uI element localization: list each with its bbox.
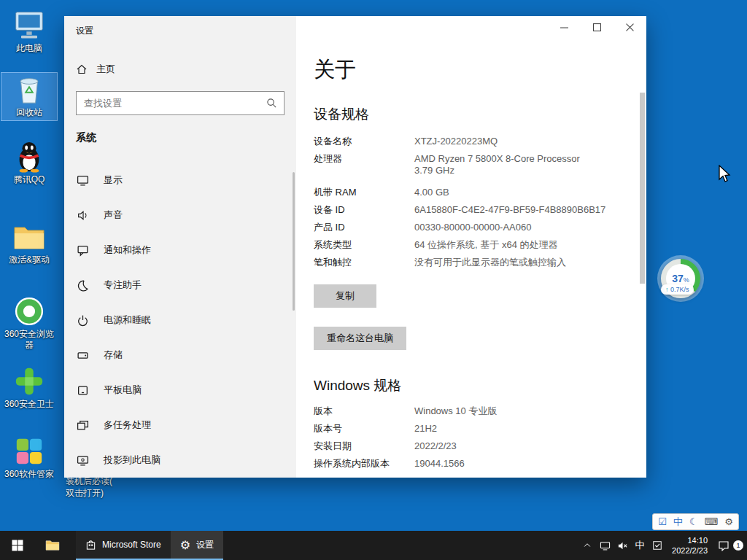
window-controls <box>548 16 646 38</box>
microsoft-store-icon <box>85 540 96 551</box>
display-icon <box>77 174 89 187</box>
minimize-button[interactable] <box>548 16 581 38</box>
desktop-icon-360-browser[interactable]: 360安全浏览器 <box>1 295 57 353</box>
minimize-icon <box>560 23 568 31</box>
tray-ime-indicator[interactable]: 中 <box>631 531 649 560</box>
taskbar-app-settings[interactable]: ⚙ 设置 <box>171 531 223 560</box>
windows-specs-table: 版本Windows 10 专业版 版本号21H2 安装日期2022/2/23 操… <box>314 405 617 470</box>
content-scrollbar[interactable] <box>640 93 645 284</box>
taskbar-app-microsoft-store[interactable]: Microsoft Store <box>76 531 171 560</box>
check-box-icon <box>652 540 662 551</box>
file-explorer-button[interactable] <box>35 531 70 560</box>
close-button[interactable] <box>614 16 646 38</box>
desktop-icon-readme-label[interactable]: 装机后必读( 双击打开) <box>66 475 124 499</box>
notifications-icon <box>77 244 89 257</box>
settings-search-input[interactable] <box>77 98 266 109</box>
spec-row: 产品 ID00330-80000-00000-AA060 <box>314 222 617 233</box>
desktop-icon-label: 回收站 <box>16 107 42 118</box>
360-speed-ball[interactable]: 37% ↑ 0.7K/s <box>657 255 704 302</box>
tray-show-hidden-icons-button[interactable] <box>578 531 596 560</box>
memory-percent: 37 <box>672 273 684 284</box>
sidebar-nav: 显示 声音 通知和操作 专注助手 电源和睡眠 存储 <box>64 163 296 478</box>
tray-security-button[interactable] <box>649 531 666 560</box>
desktop-icon-label: 腾讯QQ <box>14 174 45 185</box>
device-specs-heading: 设备规格 <box>314 105 617 124</box>
focus-assist-icon <box>77 279 89 292</box>
storage-icon <box>77 349 89 362</box>
desktop-icon-this-pc[interactable]: 此电脑 <box>1 9 57 56</box>
desktop-icon-label: 此电脑 <box>16 43 42 54</box>
spec-row: 版本号21H2 <box>314 423 617 435</box>
mouse-cursor <box>718 165 731 184</box>
settings-search-box[interactable] <box>76 91 285 115</box>
taskbar: Microsoft Store ⚙ 设置 中 14:10 2022/2/23 1 <box>0 531 747 560</box>
ime-chinese-mode-icon[interactable]: 中 <box>673 517 683 526</box>
windows-logo-icon <box>12 540 23 551</box>
maximize-icon <box>593 23 601 31</box>
sidebar-item-tablet[interactable]: 平板电脑 <box>64 373 296 408</box>
spec-row: 安装日期2022/2/23 <box>314 440 617 452</box>
fullwidth-moon-icon[interactable]: ☾ <box>689 517 698 526</box>
desktop-icon-360-guard[interactable]: 360安全卫士 <box>1 365 57 412</box>
check-square-icon[interactable]: ☑ <box>658 517 667 526</box>
folder-icon <box>13 222 45 252</box>
action-center-icon <box>718 540 729 551</box>
spec-row: 设备名称XTZJ-20220223MQ <box>314 136 617 147</box>
device-specs-table: 设备名称XTZJ-20220223MQ 处理器AMD Ryzen 7 5800X… <box>314 136 617 268</box>
sidebar-item-multitasking[interactable]: 多任务处理 <box>64 408 296 443</box>
tray-volume-button[interactable] <box>614 531 631 560</box>
desktop-icon-label: 激活&驱动 <box>9 254 50 265</box>
windows-specs-heading: Windows 规格 <box>314 376 617 395</box>
desktop-icon-drivers-folder[interactable]: 激活&驱动 <box>1 220 57 268</box>
power-icon <box>77 314 89 327</box>
tray-network-button[interactable] <box>596 531 614 560</box>
sidebar-item-home[interactable]: 主页 <box>76 63 115 76</box>
sidebar-scrollbar[interactable] <box>293 172 295 311</box>
sidebar-item-power-sleep[interactable]: 电源和睡眠 <box>64 303 296 338</box>
360-browser-icon <box>13 296 45 327</box>
tablet-icon <box>77 384 89 397</box>
home-label: 主页 <box>96 63 115 76</box>
maximize-button[interactable] <box>581 16 614 38</box>
spec-row: 笔和触控没有可用于此显示器的笔或触控输入 <box>314 257 617 268</box>
spec-row: 处理器AMD Ryzen 7 5800X 8-Core Processor3.7… <box>314 153 617 176</box>
sidebar-item-projecting[interactable]: 投影到此电脑 <box>64 443 296 478</box>
sidebar-item-notifications[interactable]: 通知和操作 <box>64 233 296 268</box>
settings-sidebar: 设置 主页 系统 显示 声音 通知和操作 <box>64 16 296 478</box>
taskbar-app-label: Microsoft Store <box>102 540 161 550</box>
network-speed-label: ↑ 0.7K/s <box>661 284 694 295</box>
settings-gear-icon: ⚙ <box>180 538 190 552</box>
desktop-icon-recycle-bin[interactable]: 回收站 <box>1 73 57 120</box>
clock-date: 2022/2/23 <box>672 545 708 556</box>
desktop-icon-360-manager[interactable]: 360软件管家 <box>1 435 57 482</box>
rename-pc-button[interactable]: 重命名这台电脑 <box>314 327 406 350</box>
action-center-button[interactable]: 1 <box>713 531 747 560</box>
ime-settings-icon[interactable]: ⚙ <box>724 517 733 526</box>
start-button[interactable] <box>0 531 35 560</box>
up-arrow-icon: ↑ <box>665 286 669 293</box>
desktop-icon-qq[interactable]: 腾讯QQ <box>1 140 57 187</box>
spec-row: 机带 RAM4.00 GB <box>314 187 617 198</box>
settings-content: 关于 设备规格 设备名称XTZJ-20220223MQ 处理器AMD Ryzen… <box>296 16 646 478</box>
system-tray: 中 14:10 2022/2/23 1 <box>578 531 747 560</box>
network-icon <box>600 540 611 551</box>
sidebar-item-storage[interactable]: 存储 <box>64 338 296 373</box>
settings-window: 设置 主页 系统 显示 声音 通知和操作 <box>64 16 646 478</box>
sidebar-item-sound[interactable]: 声音 <box>64 198 296 233</box>
spec-row: 设备 ID6A15880F-C4E2-47F9-BF59-F4B8890B6B1… <box>314 204 617 216</box>
sidebar-item-focus-assist[interactable]: 专注助手 <box>64 268 296 303</box>
sidebar-item-display[interactable]: 显示 <box>64 163 296 198</box>
soft-keyboard-icon[interactable]: ⌨ <box>705 517 719 526</box>
copy-button[interactable]: 复制 <box>314 284 376 308</box>
chevron-up-icon <box>583 541 592 550</box>
close-icon <box>626 23 634 31</box>
taskbar-clock[interactable]: 14:10 2022/2/23 <box>666 535 713 556</box>
desktop-icon-label: 360安全卫士 <box>4 399 54 410</box>
clock-time: 14:10 <box>672 535 708 545</box>
page-title: 关于 <box>314 55 617 85</box>
notification-count-badge: 1 <box>733 540 743 551</box>
taskbar-app-label: 设置 <box>196 539 214 551</box>
recycle-bin-icon <box>13 74 45 105</box>
qq-icon <box>13 141 45 172</box>
ime-language-bar: ☑ 中 ☾ ⌨ ⚙ <box>652 513 739 530</box>
